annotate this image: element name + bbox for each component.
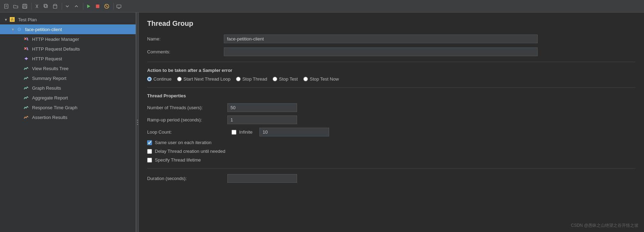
- specify-lifetime-checkbox[interactable]: [147, 158, 152, 163]
- toolbar-new-icon[interactable]: [3, 2, 10, 10]
- radio-start-next-input[interactable]: [177, 77, 182, 81]
- sidebar-item-test-plan[interactable]: ▼ 🅰 Test Plan: [0, 15, 136, 24]
- radio-stop-test-now-label: Stop Test Now: [310, 76, 339, 82]
- duration-row: Duration (seconds):: [147, 174, 636, 183]
- sidebar-item-response-time-graph[interactable]: ▶ Response Time Graph: [0, 103, 136, 112]
- svg-marker-12: [87, 5, 90, 8]
- radio-stop-test-now[interactable]: Stop Test Now: [303, 76, 339, 82]
- svg-line-15: [106, 5, 108, 7]
- infinite-checkbox[interactable]: [232, 130, 236, 135]
- toolbar-sep3: [83, 3, 83, 10]
- ramp-up-row: Ramp-up period (seconds):: [147, 115, 636, 124]
- toolbar-run-icon[interactable]: [85, 2, 92, 10]
- sidebar-item-http-request[interactable]: ▶ HTTP Request: [0, 54, 136, 63]
- toolbar-open-icon[interactable]: [12, 2, 20, 10]
- sidebar-item-assertion-results[interactable]: ▶ Assertion Results: [0, 112, 136, 122]
- specify-lifetime-row[interactable]: Specify Thread lifetime: [147, 157, 636, 163]
- sidebar-item-view-results-tree[interactable]: ▶ View Results Tree: [0, 63, 136, 73]
- delay-thread-label: Delay Thread creation until needed: [155, 149, 225, 154]
- svg-rect-11: [54, 4, 56, 6]
- aggregate-report-icon: [23, 95, 29, 101]
- toolbar-paste-icon[interactable]: [51, 2, 59, 10]
- comments-row: Comments:: [147, 47, 636, 56]
- toolbar-save-icon[interactable]: [21, 2, 29, 10]
- toolbar-copy-icon[interactable]: [42, 2, 50, 10]
- tree-arrow-test-plan: ▼: [3, 17, 8, 22]
- view-results-icon: [23, 65, 29, 72]
- sidebar-item-http-request-defaults[interactable]: ▶ HTTP Request Defaults: [0, 44, 136, 54]
- svg-rect-3: [23, 4, 27, 8]
- radio-continue-label: Continue: [153, 76, 172, 82]
- svg-rect-0: [5, 4, 8, 8]
- sidebar-item-http-header-manager[interactable]: ▶ HTTP Header Manager: [0, 34, 136, 44]
- toolbar-stop-icon[interactable]: [94, 2, 101, 10]
- loop-count-input[interactable]: [259, 128, 329, 136]
- loop-count-row: Loop Count: Infinite: [147, 128, 636, 136]
- sidebar-item-label: Test Plan: [18, 17, 133, 22]
- collapse-handle[interactable]: [136, 13, 139, 232]
- svg-rect-13: [96, 5, 99, 8]
- same-user-row[interactable]: Same user on each iteration: [147, 140, 636, 145]
- sidebar-item-label: Graph Results: [32, 85, 133, 91]
- radio-stop-test-now-input[interactable]: [303, 77, 308, 81]
- toolbar-clear-icon[interactable]: [103, 2, 111, 10]
- radio-continue-input[interactable]: [147, 77, 152, 81]
- loop-count-label: Loop Count:: [147, 129, 227, 135]
- sidebar-item-aggregate-report[interactable]: ▶ Aggregate Report: [0, 93, 136, 103]
- comments-input[interactable]: [224, 47, 538, 56]
- http-header-icon: [23, 36, 29, 42]
- thread-props-title: Thread Properties: [147, 93, 636, 98]
- toolbar-collapse-icon[interactable]: [73, 2, 80, 10]
- divider3: [147, 168, 636, 169]
- infinite-label: Infinite: [239, 129, 252, 135]
- dot3: [137, 124, 138, 125]
- toolbar-sep2: [62, 3, 62, 10]
- sidebar-item-face-petition-client[interactable]: ▼ ⚙ face-petition-client: [0, 24, 136, 34]
- sidebar-item-label: HTTP Request: [32, 56, 133, 61]
- infinite-checkbox-wrapper[interactable]: Infinite: [232, 129, 252, 135]
- assertion-results-icon: [23, 114, 29, 120]
- duration-input[interactable]: [227, 174, 297, 183]
- sidebar-item-label: HTTP Request Defaults: [32, 46, 133, 52]
- toolbar: [0, 0, 644, 13]
- svg-line-21: [27, 38, 28, 40]
- test-plan-icon: 🅰: [9, 16, 15, 23]
- radio-stop-thread-input[interactable]: [236, 77, 241, 81]
- radio-stop-test[interactable]: Stop Test: [273, 76, 298, 82]
- toolbar-expand-icon[interactable]: [63, 2, 71, 10]
- response-time-icon: [23, 104, 29, 111]
- action-section-title: Action to be taken after a Sampler error: [147, 68, 636, 73]
- toolbar-remote-icon[interactable]: [115, 2, 123, 10]
- divider1: [147, 62, 636, 62]
- ramp-up-input[interactable]: [227, 115, 297, 124]
- radio-continue[interactable]: Continue: [147, 76, 172, 82]
- name-input[interactable]: [224, 35, 538, 43]
- num-threads-input[interactable]: [227, 103, 297, 112]
- name-row: Name:: [147, 35, 636, 43]
- sidebar-item-summary-report[interactable]: ▶ Summary Report: [0, 73, 136, 83]
- delay-thread-row[interactable]: Delay Thread creation until needed: [147, 149, 636, 154]
- ramp-up-label: Ramp-up period (seconds):: [147, 117, 227, 122]
- sidebar-item-graph-results[interactable]: ▶ Graph Results: [0, 83, 136, 93]
- radio-stop-test-input[interactable]: [273, 77, 277, 81]
- svg-rect-5: [23, 7, 26, 8]
- toolbar-sep4: [113, 3, 114, 10]
- toolbar-cut-icon[interactable]: [33, 2, 41, 10]
- radio-stop-thread-label: Stop Thread: [242, 76, 267, 82]
- sidebar-item-label-face-petition: face-petition-client: [25, 27, 133, 32]
- radio-start-next[interactable]: Start Next Thread Loop: [177, 76, 230, 82]
- same-user-label: Same user on each iteration: [155, 140, 212, 145]
- watermark: CSDN @愚昧之山绝望之谷开悟之坡: [571, 223, 638, 229]
- svg-line-24: [27, 47, 28, 50]
- same-user-checkbox[interactable]: [147, 140, 152, 145]
- collapse-dots: [137, 120, 138, 125]
- duration-label: Duration (seconds):: [147, 176, 227, 181]
- sidebar-item-label: Response Time Graph: [32, 105, 133, 110]
- delay-thread-checkbox[interactable]: [147, 149, 152, 154]
- num-threads-row: Number of Threads (users):: [147, 103, 636, 112]
- dot1: [137, 120, 138, 121]
- http-request-icon: [23, 55, 29, 62]
- svg-rect-8: [45, 5, 47, 8]
- name-label: Name:: [147, 36, 224, 42]
- radio-stop-thread[interactable]: Stop Thread: [236, 76, 267, 82]
